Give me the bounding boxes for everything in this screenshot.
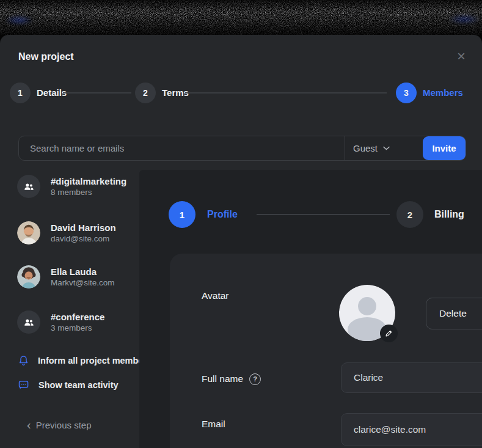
member-meta: david@site.com xyxy=(51,233,116,244)
member-meta: 3 members xyxy=(51,323,104,333)
list-item-ella-lauda[interactable]: Ella Lauda Markvt@site.com xyxy=(17,263,114,290)
chevron-left-icon: ‹ xyxy=(27,420,31,430)
new-project-modal: New project × 1 Details 2 Terms 3 Member… xyxy=(0,35,482,448)
new-project-dialog: New project × 1 Details 2 Terms 3 Member… xyxy=(0,0,482,448)
chevron-down-icon xyxy=(383,146,390,150)
step-1-profile-circle[interactable]: 1 xyxy=(169,201,195,228)
member-meta: Markvt@site.com xyxy=(51,277,114,288)
full-name-field[interactable] xyxy=(341,362,482,393)
role-select-value: Guest xyxy=(353,143,378,153)
list-item-david-harrison[interactable]: David Harrison david@site.com xyxy=(17,219,116,246)
option-label: Show team activity xyxy=(38,380,119,390)
invite-button[interactable]: Invite xyxy=(423,136,466,160)
role-select[interactable]: Guest xyxy=(345,136,431,160)
blue-artifact xyxy=(5,16,33,24)
email-field[interactable] xyxy=(341,413,482,446)
torn-edge-texture xyxy=(0,0,482,35)
full-name-label-row: Full name ? xyxy=(202,373,261,385)
previous-step-button[interactable]: ‹ Previous step xyxy=(27,420,92,430)
people-icon xyxy=(23,317,35,328)
chat-icon xyxy=(18,380,29,391)
step-1-profile-label[interactable]: Profile xyxy=(207,209,238,220)
stepper-connector xyxy=(63,92,131,94)
option-label: Inform all project members xyxy=(38,356,152,365)
avatar xyxy=(17,265,40,288)
step-2-terms-circle[interactable]: 2 xyxy=(135,83,156,103)
avatar-silhouette-head xyxy=(358,297,376,315)
show-activity-option[interactable]: Show team activity xyxy=(18,379,119,391)
avatar xyxy=(17,221,40,244)
people-icon xyxy=(23,181,35,193)
previous-step-label: Previous step xyxy=(36,420,92,430)
blue-artifact xyxy=(448,15,480,24)
list-item-conference[interactable]: #conference 3 members xyxy=(17,309,104,336)
member-name: #conference xyxy=(51,312,104,323)
close-icon[interactable]: × xyxy=(452,47,470,65)
step-3-members-circle[interactable]: 3 xyxy=(396,83,417,103)
email-label: Email xyxy=(202,419,225,430)
pencil-icon xyxy=(385,329,393,337)
edit-avatar-button[interactable] xyxy=(380,325,398,342)
group-avatar xyxy=(17,175,40,198)
page-title: New project xyxy=(18,51,74,62)
delete-avatar-button[interactable]: Delete xyxy=(426,298,482,329)
step-2-billing-circle[interactable]: 2 xyxy=(396,201,423,228)
list-item-digitalmarketing[interactable]: #digitalmarketing 8 members xyxy=(17,173,126,200)
step-2-billing-label[interactable]: Billing xyxy=(434,209,464,220)
search-input[interactable] xyxy=(19,136,348,160)
member-name: David Harrison xyxy=(51,222,116,233)
inform-members-option[interactable]: Inform all project members xyxy=(18,354,152,367)
member-detail-panel: 1 Profile 2 Billing Avatar Delete xyxy=(139,170,482,448)
bell-icon xyxy=(18,355,29,367)
help-icon[interactable]: ? xyxy=(249,373,261,385)
step-1-details-label[interactable]: Details xyxy=(37,87,67,98)
step-1-details-circle[interactable]: 1 xyxy=(10,83,31,103)
profile-card: Avatar Delete Full name ? E xyxy=(170,254,482,448)
noise-texture xyxy=(0,0,482,35)
group-avatar xyxy=(17,310,40,334)
ella-photo xyxy=(17,265,40,288)
step-3-members-label[interactable]: Members xyxy=(423,87,463,98)
david-photo xyxy=(17,221,40,244)
stepper-connector xyxy=(257,214,390,215)
invite-bar: Guest Invite xyxy=(18,136,466,161)
member-meta: 8 members xyxy=(51,187,126,197)
full-name-label: Full name xyxy=(202,373,243,384)
member-name: #digitalmarketing xyxy=(51,176,126,187)
member-name: Ella Lauda xyxy=(51,266,114,277)
stepper-connector xyxy=(185,92,387,94)
avatar-field-label: Avatar xyxy=(202,290,229,301)
